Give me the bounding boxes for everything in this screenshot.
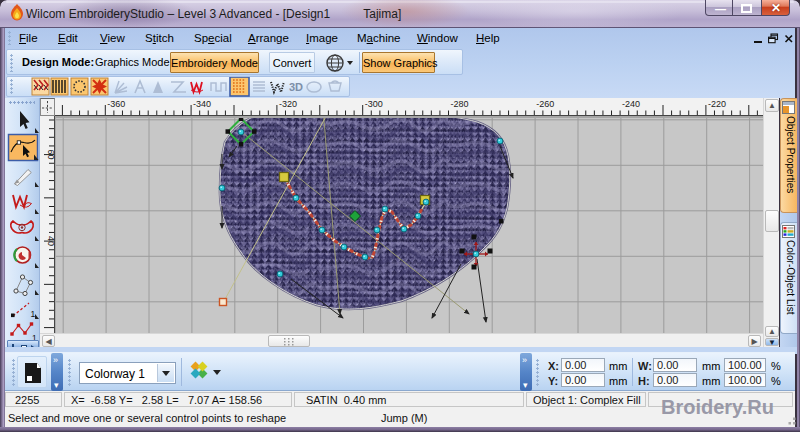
svg-text:3D: 3D [289,81,303,93]
svg-text:-240: -240 [622,99,640,109]
svg-text:-320: -320 [279,99,297,109]
svg-text:40: 40 [46,236,55,246]
svg-text:-260: -260 [536,99,554,109]
svg-text:-280: -280 [451,99,469,109]
svg-text:-300: -300 [365,99,383,109]
svg-text:-220: -220 [708,99,726,109]
svg-text:-340: -340 [193,99,211,109]
svg-text:-360: -360 [107,99,125,109]
svg-text:1: 1 [31,309,36,319]
svg-text:60: 60 [46,149,55,159]
